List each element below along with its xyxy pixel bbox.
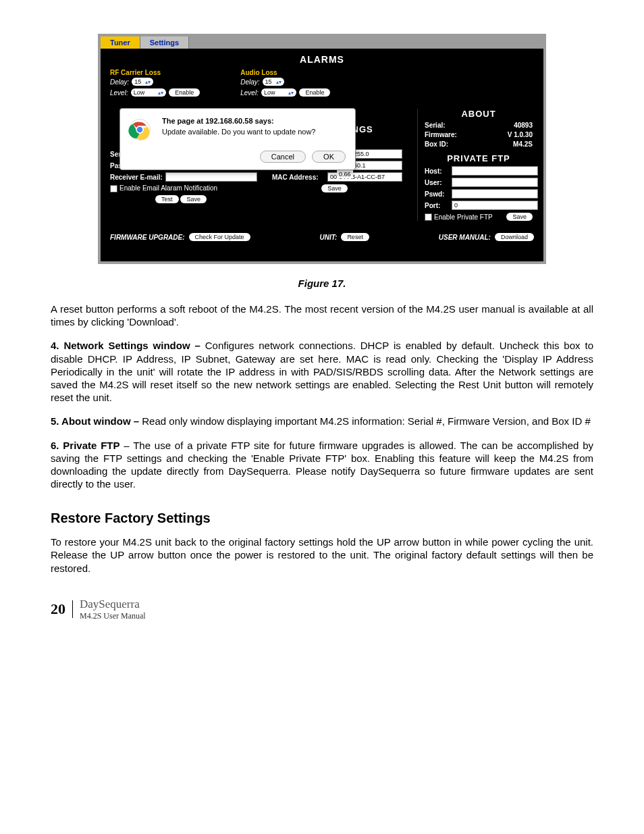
rf-level-label: Level: [110, 89, 128, 97]
dialog-message: Update available. Do you want to update … [162, 128, 346, 136]
receiver-email-label: Receiver E-mail: [110, 174, 165, 181]
audio-loss-group: Audio Loss Delay: 15▴▾ Level: Low▴▾ Enab… [240, 69, 330, 99]
manual-download-button[interactable]: Download [495, 233, 534, 241]
rf-delay-label: Delay: [110, 78, 129, 86]
email-save-button[interactable]: Save [180, 195, 207, 203]
audio-level-select[interactable]: Low▴▾ [261, 88, 297, 97]
ftp-enable-checkbox[interactable] [425, 213, 432, 221]
ftp-user-input[interactable] [452, 178, 538, 187]
dialog-title: The page at 192.168.60.58 says: [162, 117, 346, 125]
dialog-ok-button[interactable]: OK [312, 151, 346, 163]
app-footer-row: FIRMWARE UPGRADE: Check For Update UNIT:… [101, 221, 543, 241]
page-number: 20 [51, 600, 73, 618]
paragraph-network: 4. Network Settings window – Configures … [51, 339, 593, 404]
ftp-port-label: Port: [425, 202, 452, 209]
rf-header: RF Carrier Loss [110, 69, 200, 76]
audio-delay-spinner[interactable]: 15▴▾ [263, 78, 284, 86]
ftp-save-button[interactable]: Save [506, 213, 533, 221]
enable-email-checkbox[interactable] [110, 185, 117, 192]
tab-tuner[interactable]: Tuner [101, 36, 140, 49]
audio-delay-label: Delay: [240, 78, 259, 86]
receiver-email-input[interactable] [165, 172, 257, 182]
mac-label: MAC Address: [272, 174, 327, 181]
boxid-value: M4.2S [480, 140, 533, 148]
rf-level-select[interactable]: Low▴▾ [131, 88, 167, 97]
page-footer: 20 DaySequerra M4.2S User Manual [51, 598, 593, 621]
serial-value: 40893 [480, 122, 533, 129]
ftp-pswd-input[interactable] [452, 189, 538, 199]
brand-name: DaySequerra [80, 598, 146, 611]
restore-heading: Restore Factory Settings [51, 511, 593, 526]
figure-caption: Figure 17. [51, 278, 593, 289]
update-dialog: The page at 192.168.60.58 says: Update a… [119, 108, 356, 170]
rf-enable-button[interactable]: Enable [169, 88, 200, 97]
audio-level-label: Level: [240, 89, 259, 97]
check-update-button[interactable]: Check For Update [189, 233, 250, 241]
firmware-value: V 1.0.30 [480, 131, 533, 138]
tab-bar: Tuner Settings [101, 36, 543, 49]
enable-email-label: Enable Email Alaram Notification [119, 184, 217, 192]
boxid-label: Box ID: [425, 140, 480, 148]
firmware-label: Firmware: [425, 131, 480, 138]
ftp-host-label: Host: [425, 167, 452, 175]
email-test-button[interactable]: Test [155, 195, 179, 203]
unit-label: UNIT: [319, 234, 337, 241]
rf-carrier-loss-group: RF Carrier Loss Delay: 15▴▾ Level: Low▴▾… [110, 69, 200, 99]
alarms-title: ALARMS [101, 49, 543, 69]
rf-delay-spinner[interactable]: 15▴▾ [132, 78, 153, 86]
app-screenshot: Tuner Settings ALARMS RF Carrier Loss De… [98, 34, 546, 264]
ftp-user-label: User: [425, 179, 452, 186]
ftp-pswd-label: Pswd: [425, 190, 452, 198]
dialog-cancel-button[interactable]: Cancel [260, 151, 306, 163]
about-panel: ABOUT Serial:40893 Firmware:V 1.0.30 Box… [417, 109, 533, 221]
paragraph-privateftp: 6. Private FTP – The use of a private FT… [51, 439, 593, 491]
audio-header: Audio Loss [240, 69, 330, 76]
brand-subtitle: M4.2S User Manual [80, 611, 146, 621]
tab-settings[interactable]: Settings [140, 36, 189, 49]
paragraph-restore: To restore your M4.2S unit back to the o… [51, 536, 593, 575]
unit-reset-button[interactable]: Reset [341, 233, 369, 241]
private-ftp-panel: PRIVATE FTP Host: User: Pswd: Port: Enab… [425, 153, 533, 221]
paragraph-reset: A reset button performs a soft reboot of… [51, 303, 593, 328]
user-manual-label: USER MANUAL: [439, 234, 491, 241]
ftp-enable-label: Enable Private FTP [434, 213, 506, 221]
ftp-port-input[interactable] [452, 201, 538, 210]
ftp-header: PRIVATE FTP [425, 153, 533, 163]
partial-ip-value: 0.66 [337, 170, 353, 178]
ftp-host-input[interactable] [452, 166, 538, 176]
about-header: ABOUT [425, 109, 533, 119]
serial-label: Serial: [425, 122, 480, 129]
chrome-icon [128, 118, 151, 141]
firmware-upgrade-label: FIRMWARE UPGRADE: [110, 234, 185, 241]
paragraph-about: 5. About window – Read only window displ… [51, 415, 593, 427]
audio-enable-button[interactable]: Enable [299, 88, 330, 97]
network-save-button[interactable]: Save [321, 184, 348, 192]
